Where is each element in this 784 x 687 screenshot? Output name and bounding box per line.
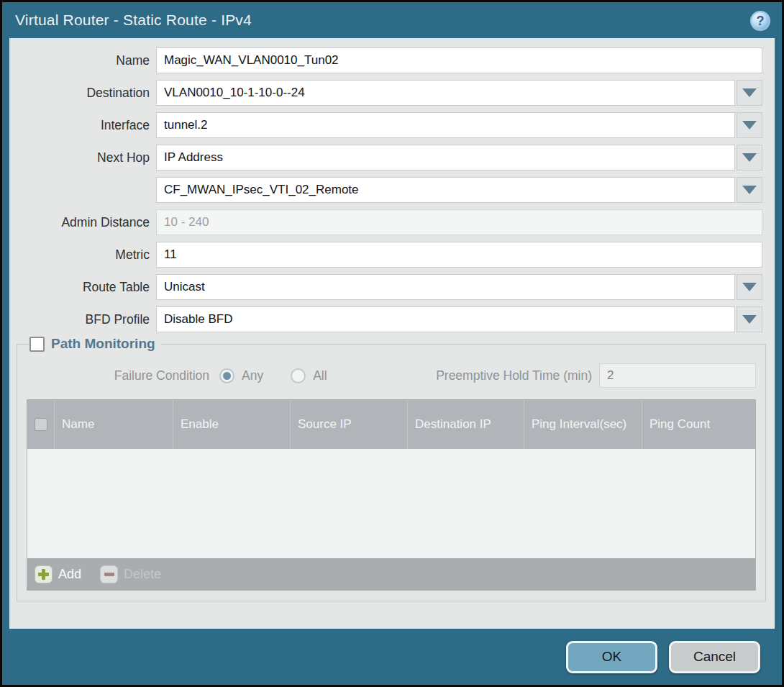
dialog-titlebar: Virtual Router - Static Route - IPv4 ? xyxy=(2,2,782,38)
admin-distance-label: Admin Distance xyxy=(17,215,156,230)
radio-dot xyxy=(223,372,231,380)
delete-button-label: Delete xyxy=(124,567,161,582)
dialog-content: Name Destination Interface xyxy=(9,38,775,629)
table-toolbar: Add Delete xyxy=(27,558,755,590)
path-monitoring-title: Path Monitoring xyxy=(51,336,155,352)
nexthop-value-input[interactable] xyxy=(156,177,735,203)
preemptive-hold-time-label: Preemptive Hold Time (min) xyxy=(355,368,599,383)
interface-dropdown-button[interactable] xyxy=(737,112,762,138)
help-icon-glyph: ? xyxy=(757,14,765,29)
help-icon[interactable]: ? xyxy=(750,11,770,31)
route-table-input[interactable] xyxy=(156,274,735,300)
plus-icon xyxy=(35,565,53,583)
bfd-profile-input[interactable] xyxy=(156,306,735,332)
radio-dot xyxy=(294,372,302,380)
table-header-row: Name Enable Source IP Destination IP Pin… xyxy=(27,400,755,449)
select-all-cell xyxy=(27,400,54,449)
add-button[interactable]: Add xyxy=(35,565,81,583)
preemptive-hold-time-input[interactable] xyxy=(599,363,756,388)
path-monitoring-table: Name Enable Source IP Destination IP Pin… xyxy=(27,399,756,591)
form-row-nexthop-type: Next Hop xyxy=(17,145,762,170)
nexthop-type-dropdown-button[interactable] xyxy=(737,145,762,170)
path-monitoring-legend: Path Monitoring xyxy=(29,336,161,352)
static-route-dialog: Virtual Router - Static Route - IPv4 ? N… xyxy=(0,0,784,687)
destination-dropdown-button[interactable] xyxy=(737,80,762,106)
interface-label: Interface xyxy=(17,118,156,133)
metric-label: Metric xyxy=(17,247,156,263)
form-row-route-table: Route Table xyxy=(17,274,762,300)
cancel-button[interactable]: Cancel xyxy=(669,641,760,673)
chevron-down-icon xyxy=(742,283,757,291)
destination-label: Destination xyxy=(17,86,156,101)
ok-button[interactable]: OK xyxy=(566,641,657,673)
bfd-profile-label: BFD Profile xyxy=(17,312,156,327)
destination-input[interactable] xyxy=(156,80,735,106)
column-header-destination-ip[interactable]: Destination IP xyxy=(407,400,524,449)
column-header-enable[interactable]: Enable xyxy=(173,400,290,449)
table-body-empty xyxy=(27,449,755,558)
form-row-bfd-profile: BFD Profile xyxy=(17,306,762,332)
minus-icon xyxy=(100,565,118,583)
form-row-metric: Metric xyxy=(17,242,762,268)
form-row-admin-distance: Admin Distance xyxy=(17,209,762,235)
admin-distance-input[interactable] xyxy=(156,209,762,235)
name-input[interactable] xyxy=(156,47,762,73)
column-header-ping-interval[interactable]: Ping Interval(sec) xyxy=(524,400,642,449)
column-header-ping-count[interactable]: Ping Count xyxy=(642,400,755,449)
path-monitoring-checkbox[interactable] xyxy=(29,337,45,352)
form-row-nexthop-value xyxy=(17,177,762,203)
select-all-checkbox[interactable] xyxy=(35,418,47,431)
path-monitoring-section: Path Monitoring Failure Condition Any Al… xyxy=(17,344,766,601)
column-header-source-ip[interactable]: Source IP xyxy=(290,400,407,449)
nexthop-value-dropdown-button[interactable] xyxy=(737,177,762,203)
failure-condition-radio-any[interactable] xyxy=(219,368,234,383)
form-row-name: Name xyxy=(17,47,762,73)
chevron-down-icon xyxy=(742,153,757,162)
chevron-down-icon xyxy=(742,315,757,324)
delete-button[interactable]: Delete xyxy=(100,565,161,583)
bfd-profile-dropdown-button[interactable] xyxy=(737,306,762,332)
dialog-title: Virtual Router - Static Route - IPv4 xyxy=(15,12,252,29)
add-button-label: Add xyxy=(58,567,81,582)
form-row-destination: Destination xyxy=(17,80,762,106)
nexthop-type-input[interactable] xyxy=(156,145,735,170)
metric-input[interactable] xyxy=(156,242,762,268)
path-monitoring-controls: Failure Condition Any All Preemptive Hol… xyxy=(27,363,756,388)
nexthop-label: Next Hop xyxy=(17,150,156,165)
radio-all-label: All xyxy=(313,368,327,383)
failure-condition-label: Failure Condition xyxy=(27,368,219,383)
failure-condition-radio-all[interactable] xyxy=(291,368,306,383)
form-row-interface: Interface xyxy=(17,112,762,138)
route-table-label: Route Table xyxy=(17,280,156,295)
column-header-name[interactable]: Name xyxy=(54,400,173,449)
radio-any-label: Any xyxy=(242,368,263,383)
chevron-down-icon xyxy=(742,186,757,194)
name-label: Name xyxy=(17,53,156,68)
interface-input[interactable] xyxy=(156,112,735,138)
dialog-footer: OK Cancel xyxy=(2,629,782,685)
route-table-dropdown-button[interactable] xyxy=(737,274,762,300)
chevron-down-icon xyxy=(742,121,757,129)
chevron-down-icon xyxy=(742,88,757,97)
